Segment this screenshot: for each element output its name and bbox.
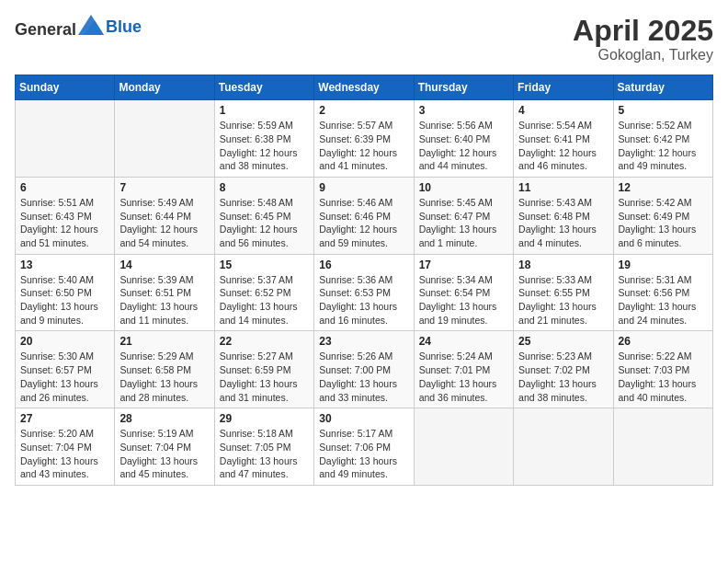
day-info: Sunrise: 5:46 AM Sunset: 6:46 PM Dayligh… [319,197,397,248]
day-info: Sunrise: 5:57 AM Sunset: 6:39 PM Dayligh… [319,120,397,171]
day-info: Sunrise: 5:43 AM Sunset: 6:48 PM Dayligh… [518,197,597,248]
day-number: 7 [119,181,209,194]
logo-general: General [15,20,76,39]
day-number: 2 [319,104,408,117]
day-number: 1 [220,104,309,117]
day-info: Sunrise: 5:19 AM Sunset: 7:04 PM Dayligh… [119,428,198,479]
weekday-header-wednesday: Wednesday [314,75,414,100]
day-number: 29 [220,412,309,425]
calendar-cell: 26Sunrise: 5:22 AM Sunset: 7:03 PM Dayli… [613,331,712,408]
day-info: Sunrise: 5:18 AM Sunset: 7:05 PM Dayligh… [220,428,298,479]
day-number: 25 [518,335,608,348]
day-number: 30 [319,412,408,425]
calendar-cell: 12Sunrise: 5:42 AM Sunset: 6:49 PM Dayli… [613,177,712,254]
calendar-week-3: 13Sunrise: 5:40 AM Sunset: 6:50 PM Dayli… [16,254,713,331]
day-info: Sunrise: 5:34 AM Sunset: 6:54 PM Dayligh… [419,274,497,326]
day-info: Sunrise: 5:45 AM Sunset: 6:47 PM Dayligh… [419,197,497,248]
day-number: 9 [319,181,408,194]
calendar-cell [514,408,613,486]
day-info: Sunrise: 5:33 AM Sunset: 6:55 PM Dayligh… [518,274,597,326]
calendar-cell: 8Sunrise: 5:48 AM Sunset: 6:45 PM Daylig… [214,177,313,254]
calendar-cell: 7Sunrise: 5:49 AM Sunset: 6:44 PM Daylig… [115,177,214,254]
day-number: 3 [419,104,508,117]
day-number: 21 [119,335,209,348]
calendar-cell: 27Sunrise: 5:20 AM Sunset: 7:04 PM Dayli… [16,408,115,486]
calendar-cell [613,408,712,486]
title-block: April 2025 Gokoglan, Turkey [573,15,713,63]
day-info: Sunrise: 5:37 AM Sunset: 6:52 PM Dayligh… [220,274,298,326]
calendar-cell: 9Sunrise: 5:46 AM Sunset: 6:46 PM Daylig… [314,177,414,254]
day-info: Sunrise: 5:17 AM Sunset: 7:06 PM Dayligh… [319,428,397,479]
day-info: Sunrise: 5:59 AM Sunset: 6:38 PM Dayligh… [220,120,298,171]
weekday-header-tuesday: Tuesday [214,75,313,100]
calendar-cell: 24Sunrise: 5:24 AM Sunset: 7:01 PM Dayli… [414,331,513,408]
day-info: Sunrise: 5:56 AM Sunset: 6:40 PM Dayligh… [419,120,497,171]
calendar-week-1: 1Sunrise: 5:59 AM Sunset: 6:38 PM Daylig… [16,100,713,178]
logo-blue: Blue [106,17,142,36]
weekday-header-friday: Friday [514,75,613,100]
calendar-cell: 1Sunrise: 5:59 AM Sunset: 6:38 PM Daylig… [214,100,313,178]
day-number: 23 [319,335,408,348]
day-number: 5 [619,104,708,117]
day-number: 27 [20,412,109,425]
page-header: General Blue April 2025 Gokoglan, Turkey [15,15,713,63]
day-number: 11 [518,181,608,194]
day-info: Sunrise: 5:29 AM Sunset: 6:58 PM Dayligh… [119,350,198,402]
weekday-header-thursday: Thursday [414,75,513,100]
day-info: Sunrise: 5:27 AM Sunset: 6:59 PM Dayligh… [220,350,298,402]
day-info: Sunrise: 5:52 AM Sunset: 6:42 PM Dayligh… [619,120,697,171]
day-info: Sunrise: 5:20 AM Sunset: 7:04 PM Dayligh… [20,428,98,479]
day-info: Sunrise: 5:54 AM Sunset: 6:41 PM Dayligh… [518,120,597,171]
day-info: Sunrise: 5:30 AM Sunset: 6:57 PM Dayligh… [20,350,98,402]
calendar-cell: 29Sunrise: 5:18 AM Sunset: 7:05 PM Dayli… [214,408,313,486]
logo: General Blue [15,15,142,40]
day-number: 18 [518,259,608,271]
day-info: Sunrise: 5:51 AM Sunset: 6:43 PM Dayligh… [20,197,98,248]
calendar-cell: 6Sunrise: 5:51 AM Sunset: 6:43 PM Daylig… [16,177,115,254]
calendar-cell: 18Sunrise: 5:33 AM Sunset: 6:55 PM Dayli… [514,254,613,331]
calendar-cell: 30Sunrise: 5:17 AM Sunset: 7:06 PM Dayli… [314,408,414,486]
day-number: 22 [220,335,309,348]
calendar-cell [115,100,214,178]
calendar-cell: 19Sunrise: 5:31 AM Sunset: 6:56 PM Dayli… [613,254,712,331]
calendar-cell [16,100,115,178]
calendar-table: SundayMondayTuesdayWednesdayThursdayFrid… [15,75,713,486]
calendar-cell: 22Sunrise: 5:27 AM Sunset: 6:59 PM Dayli… [214,331,313,408]
day-number: 10 [419,181,508,194]
day-info: Sunrise: 5:22 AM Sunset: 7:03 PM Dayligh… [619,350,697,402]
day-number: 26 [619,335,708,348]
day-number: 20 [20,335,109,348]
calendar-cell [414,408,513,486]
day-number: 8 [220,181,309,194]
calendar-cell: 15Sunrise: 5:37 AM Sunset: 6:52 PM Dayli… [214,254,313,331]
calendar-week-2: 6Sunrise: 5:51 AM Sunset: 6:43 PM Daylig… [16,177,713,254]
location-title: Gokoglan, Turkey [573,47,713,63]
day-info: Sunrise: 5:31 AM Sunset: 6:56 PM Dayligh… [619,274,697,326]
day-number: 19 [619,259,708,271]
day-number: 12 [619,181,708,194]
day-info: Sunrise: 5:49 AM Sunset: 6:44 PM Dayligh… [119,197,198,248]
calendar-cell: 17Sunrise: 5:34 AM Sunset: 6:54 PM Dayli… [414,254,513,331]
calendar-cell: 28Sunrise: 5:19 AM Sunset: 7:04 PM Dayli… [115,408,214,486]
day-info: Sunrise: 5:26 AM Sunset: 7:00 PM Dayligh… [319,350,397,402]
day-number: 6 [20,181,109,194]
day-number: 16 [319,259,408,271]
day-info: Sunrise: 5:42 AM Sunset: 6:49 PM Dayligh… [619,197,697,248]
calendar-cell: 5Sunrise: 5:52 AM Sunset: 6:42 PM Daylig… [613,100,712,178]
day-info: Sunrise: 5:40 AM Sunset: 6:50 PM Dayligh… [20,274,98,326]
calendar-cell: 25Sunrise: 5:23 AM Sunset: 7:02 PM Dayli… [514,331,613,408]
calendar-week-4: 20Sunrise: 5:30 AM Sunset: 6:57 PM Dayli… [16,331,713,408]
calendar-cell: 23Sunrise: 5:26 AM Sunset: 7:00 PM Dayli… [314,331,414,408]
weekday-header-row: SundayMondayTuesdayWednesdayThursdayFrid… [16,75,713,100]
calendar-cell: 13Sunrise: 5:40 AM Sunset: 6:50 PM Dayli… [16,254,115,331]
calendar-cell: 20Sunrise: 5:30 AM Sunset: 6:57 PM Dayli… [16,331,115,408]
day-number: 24 [419,335,508,348]
calendar-cell: 3Sunrise: 5:56 AM Sunset: 6:40 PM Daylig… [414,100,513,178]
day-info: Sunrise: 5:36 AM Sunset: 6:53 PM Dayligh… [319,274,397,326]
day-number: 17 [419,259,508,271]
day-number: 14 [119,259,209,271]
calendar-week-5: 27Sunrise: 5:20 AM Sunset: 7:04 PM Dayli… [16,408,713,486]
calendar-cell: 14Sunrise: 5:39 AM Sunset: 6:51 PM Dayli… [115,254,214,331]
logo-icon [78,15,104,35]
day-number: 4 [518,104,608,117]
